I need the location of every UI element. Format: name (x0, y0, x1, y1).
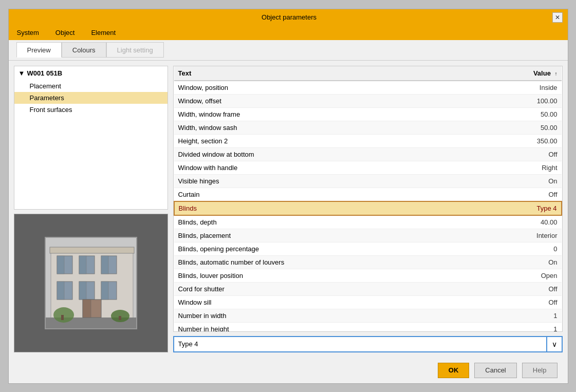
param-text-cell: Blinds, placement (174, 229, 477, 242)
table-row[interactable]: Window sillOff (174, 295, 562, 309)
param-value-cell: Open (476, 269, 561, 282)
svg-rect-2 (50, 247, 134, 253)
svg-rect-20 (61, 315, 64, 320)
value-dropdown[interactable]: Type 1Type 2Type 3Type 4Type 5 (173, 336, 547, 352)
param-text-cell: Cord for shutter (174, 282, 477, 295)
menu-element[interactable]: Element (88, 28, 119, 38)
table-row[interactable]: CurtainOff (174, 188, 562, 201)
right-panel: Text Value ↑ Window, positionInsideWindo… (173, 66, 563, 352)
table-row[interactable]: Width, window frame50.00 (174, 107, 562, 121)
param-text-cell: Blinds (174, 201, 477, 215)
preview-image (45, 237, 137, 329)
param-value-cell: Off (476, 188, 561, 201)
table-row[interactable]: Divided window at bottomOff (174, 147, 562, 161)
param-text-cell: Window, offset (174, 94, 477, 107)
param-value-cell: Inside (476, 81, 561, 95)
tab-colours[interactable]: Colours (62, 42, 106, 58)
tree-item-parameters-label: Parameters (30, 94, 64, 102)
table-row[interactable]: Blinds, louver positionOpen (174, 269, 562, 282)
menu-object[interactable]: Object (52, 28, 78, 38)
param-value-cell: 0 (476, 242, 561, 255)
param-value-cell: On (476, 174, 561, 188)
svg-rect-5 (57, 256, 64, 274)
svg-rect-15 (101, 282, 108, 300)
table-row[interactable]: BlindsType 4 (174, 201, 562, 215)
param-text-cell: Number in width (174, 309, 477, 322)
svg-rect-21 (119, 316, 121, 320)
menu-system[interactable]: System (14, 28, 42, 38)
table-row[interactable]: Window, offset100.00 (174, 94, 562, 107)
col-value-header[interactable]: Value ↑ (476, 66, 561, 81)
footer-buttons: OK Cancel Help (9, 358, 568, 383)
ok-button[interactable]: OK (438, 363, 470, 378)
left-panel: ▼ W001 051B Placement Parameters Front s… (14, 66, 168, 352)
tab-light-setting: Light setting (106, 42, 164, 58)
dropdown-area: Type 1Type 2Type 3Type 4Type 5 ∨ (173, 336, 563, 352)
param-value-cell: Type 4 (476, 201, 561, 215)
cancel-button[interactable]: Cancel (474, 363, 516, 378)
tab-bar: Preview Colours Light setting (9, 40, 568, 61)
table-row[interactable]: Cord for shutterOff (174, 282, 562, 295)
tree-item-front-surfaces[interactable]: Front surfaces (14, 104, 168, 116)
table-row[interactable]: Visible hingesOn (174, 174, 562, 188)
param-value-cell: 100.00 (476, 94, 561, 107)
table-row[interactable]: Window, positionInside (174, 81, 562, 95)
param-text-cell: Window, position (174, 81, 477, 95)
param-text-cell: Width, window sash (174, 121, 477, 134)
param-value-cell: 350.00 (476, 134, 561, 147)
param-value-cell: Interior (476, 229, 561, 242)
tree-expand-icon: ▼ (18, 69, 25, 77)
param-text-cell: Visible hinges (174, 174, 477, 188)
param-text-cell: Window with handle (174, 161, 477, 174)
dialog: Object parameters ✕ System Object Elemen… (8, 9, 568, 384)
param-text-cell: Blinds, opening percentage (174, 242, 477, 255)
tree-root[interactable]: ▼ W001 051B (14, 66, 168, 80)
param-text-cell: Blinds, louver position (174, 269, 477, 282)
content-area: ▼ W001 051B Placement Parameters Front s… (9, 61, 568, 358)
help-button[interactable]: Help (522, 363, 558, 378)
tree-item-placement[interactable]: Placement (14, 80, 168, 92)
title-bar: Object parameters ✕ (9, 9, 568, 26)
param-value-cell: On (476, 255, 561, 269)
table-row[interactable]: Blinds, placementInterior (174, 229, 562, 242)
table-row[interactable]: Width, window sash50.00 (174, 121, 562, 134)
dropdown-arrow-icon[interactable]: ∨ (547, 336, 563, 352)
params-table-container[interactable]: Text Value ↑ Window, positionInsideWindo… (173, 66, 563, 332)
params-table: Text Value ↑ Window, positionInsideWindo… (174, 66, 562, 332)
table-row[interactable]: Blinds, opening percentage0 (174, 242, 562, 255)
param-text-cell: Blinds, depth (174, 215, 477, 229)
param-text-cell: Blinds, automatic number of louvers (174, 255, 477, 269)
param-text-cell: Height, section 2 (174, 134, 477, 147)
param-value-cell: Off (476, 282, 561, 295)
tree-item-parameters[interactable]: Parameters (14, 92, 168, 104)
table-row[interactable]: Number in height1 (174, 322, 562, 332)
param-text-cell: Number in height (174, 322, 477, 332)
param-text-cell: Divided window at bottom (174, 147, 477, 161)
param-value-cell: 50.00 (476, 121, 561, 134)
tab-preview[interactable]: Preview (16, 42, 62, 58)
table-row[interactable]: Number in width1 (174, 309, 562, 322)
tree-item-placement-label: Placement (30, 82, 61, 90)
param-value-cell: Right (476, 161, 561, 174)
preview-container (14, 214, 168, 352)
close-button[interactable]: ✕ (552, 12, 563, 23)
table-row[interactable]: Window with handleRight (174, 161, 562, 174)
table-row[interactable]: Height, section 2350.00 (174, 134, 562, 147)
tree-container[interactable]: ▼ W001 051B Placement Parameters Front s… (14, 66, 168, 210)
svg-rect-11 (57, 282, 64, 300)
svg-rect-17 (83, 300, 91, 318)
sort-arrow-icon: ↑ (555, 71, 558, 77)
col-text-header[interactable]: Text (174, 66, 477, 81)
param-value-cell: 50.00 (476, 107, 561, 121)
param-value-cell: Off (476, 147, 561, 161)
param-text-cell: Window sill (174, 295, 477, 309)
table-row[interactable]: Blinds, automatic number of louversOn (174, 255, 562, 269)
menu-bar: System Object Element (9, 26, 568, 40)
param-value-cell: 1 (476, 322, 561, 332)
svg-rect-7 (79, 256, 86, 274)
param-value-cell: Off (476, 295, 561, 309)
table-row[interactable]: Blinds, depth40.00 (174, 215, 562, 229)
tree-root-label: W001 051B (27, 69, 62, 77)
tree-item-front-surfaces-label: Front surfaces (30, 106, 72, 114)
svg-rect-9 (101, 256, 108, 274)
